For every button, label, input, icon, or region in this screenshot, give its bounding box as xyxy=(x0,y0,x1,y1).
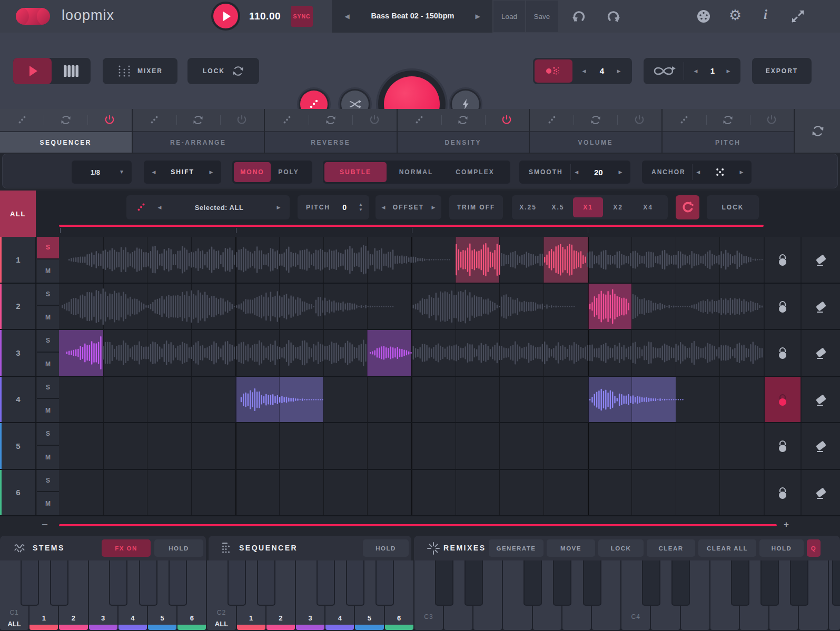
stems-hold-toggle[interactable]: HOLD xyxy=(154,539,203,557)
pattern-mode-button[interactable] xyxy=(535,59,572,83)
key-black[interactable] xyxy=(790,560,808,606)
normal-button[interactable]: NORMAL xyxy=(387,162,446,182)
mute-button[interactable]: M xyxy=(37,259,59,283)
key-black[interactable] xyxy=(642,560,660,606)
tab-volume[interactable]: VOLUME xyxy=(530,109,661,153)
track-steps[interactable] xyxy=(59,284,764,329)
smooth-increase-button[interactable]: ▶ xyxy=(615,166,626,178)
track-erase-button[interactable] xyxy=(801,470,840,516)
play-button[interactable] xyxy=(213,4,238,28)
redo-button[interactable] xyxy=(606,9,621,24)
mute-button[interactable]: M xyxy=(37,399,59,422)
rate-x1-button[interactable]: X1 xyxy=(573,197,603,217)
solo-button[interactable]: S xyxy=(37,284,59,306)
tab-dice-button[interactable] xyxy=(530,109,574,131)
tab-power-toggle[interactable] xyxy=(87,109,131,131)
clear-button[interactable]: CLEAR xyxy=(647,539,695,557)
key-black[interactable] xyxy=(523,560,542,606)
tab-dice-button[interactable] xyxy=(133,109,176,131)
tab-refresh-button[interactable] xyxy=(309,109,352,131)
anchor-prev-button[interactable]: ◀ xyxy=(693,166,704,178)
solo-button[interactable]: S xyxy=(37,330,59,353)
quantize-toggle[interactable]: Q xyxy=(807,539,821,557)
smooth-decrease-button[interactable]: ◀ xyxy=(571,166,582,178)
preset-next-button[interactable]: ▶ xyxy=(472,11,483,22)
key-black[interactable] xyxy=(109,560,127,606)
key-black[interactable] xyxy=(139,560,157,606)
export-button[interactable]: EXPORT xyxy=(752,58,812,84)
generate-button[interactable]: GENERATE xyxy=(489,539,543,557)
solo-button[interactable]: S xyxy=(37,237,59,259)
mute-button[interactable]: M xyxy=(37,306,59,329)
clear-all-button[interactable]: CLEAR ALL xyxy=(698,539,756,557)
solo-button[interactable]: S xyxy=(37,470,59,493)
key-black[interactable] xyxy=(671,560,690,606)
solo-button[interactable]: S xyxy=(37,423,59,446)
play-mode-button[interactable] xyxy=(13,58,52,84)
mute-button[interactable]: M xyxy=(37,446,59,469)
pattern-prev-button[interactable]: ◀ xyxy=(578,65,590,77)
tab-power-toggle[interactable] xyxy=(485,109,529,131)
offset-left-button[interactable]: ◀ xyxy=(378,202,389,213)
selected-dice-icon[interactable] xyxy=(136,202,146,213)
sync-toggle[interactable]: SYNC xyxy=(291,6,313,27)
tab-refresh-button[interactable] xyxy=(176,109,220,131)
track-lock-button[interactable] xyxy=(764,284,801,329)
tab-dice-button[interactable] xyxy=(398,109,441,131)
global-lock-button[interactable]: LOCK xyxy=(187,58,259,84)
track-erase-button[interactable] xyxy=(801,237,840,283)
key-black[interactable] xyxy=(465,560,483,606)
fx-on-toggle[interactable]: FX ON xyxy=(102,539,151,557)
mute-button[interactable]: M xyxy=(37,492,59,515)
pattern-next-button[interactable]: ▶ xyxy=(613,65,625,77)
save-button[interactable]: Save xyxy=(526,1,558,32)
loop-prev-button[interactable]: ◀ xyxy=(690,65,701,77)
track-erase-button[interactable] xyxy=(801,330,840,376)
track-erase-button[interactable] xyxy=(801,377,840,423)
complex-button[interactable]: COMPLEX xyxy=(446,162,505,182)
rate-x05-button[interactable]: X.5 xyxy=(543,197,573,217)
zoom-in-button[interactable]: + xyxy=(784,519,789,530)
track-steps[interactable] xyxy=(59,470,764,516)
key-black[interactable] xyxy=(583,560,601,606)
zoom-out-button[interactable]: – xyxy=(42,518,47,529)
selected-prev-button[interactable]: ◀ xyxy=(154,202,165,213)
tab-power-toggle[interactable] xyxy=(352,109,396,131)
track-lock-button[interactable] xyxy=(764,237,801,283)
rate-dropdown[interactable]: 1/8 ▼ xyxy=(72,161,132,184)
offset-right-button[interactable]: ▶ xyxy=(428,202,439,213)
loop-next-button[interactable]: ▶ xyxy=(723,65,734,77)
track-lock-button[interactable] xyxy=(764,423,801,469)
subtle-button[interactable]: SUBTLE xyxy=(324,162,387,182)
preset-name[interactable]: Bass Beat 02 - 150bpm xyxy=(356,12,469,20)
midi-icon[interactable] xyxy=(696,8,711,24)
rate-x2-button[interactable]: X2 xyxy=(603,197,633,217)
zoom-range-slider[interactable] xyxy=(59,524,777,526)
track-steps[interactable] xyxy=(59,423,764,469)
key-black[interactable] xyxy=(257,560,275,606)
tab-power-toggle[interactable] xyxy=(220,109,264,131)
info-icon[interactable]: i xyxy=(764,7,767,22)
key-black[interactable] xyxy=(553,560,571,606)
solo-button[interactable]: S xyxy=(37,377,59,399)
track-steps[interactable] xyxy=(59,330,764,376)
tab-refresh-button[interactable] xyxy=(441,109,485,131)
selection-lock-button[interactable]: LOCK xyxy=(707,195,759,219)
anchor-next-button[interactable]: ▶ xyxy=(736,166,747,178)
keys-mode-button[interactable] xyxy=(52,58,91,84)
tabs-refresh-all-button[interactable] xyxy=(795,109,840,153)
key-black[interactable] xyxy=(731,560,749,606)
tab-pitch[interactable]: PITCH xyxy=(663,109,794,153)
tab-power-toggle[interactable] xyxy=(617,109,661,131)
track-lock-button[interactable] xyxy=(764,377,801,423)
tab-refresh-button[interactable] xyxy=(574,109,617,131)
track-steps[interactable] xyxy=(59,237,764,283)
remix-lock-button[interactable]: LOCK xyxy=(598,539,644,557)
key-black[interactable] xyxy=(169,560,187,606)
track-erase-button[interactable] xyxy=(801,423,840,469)
mono-button[interactable]: MONO xyxy=(234,162,271,182)
selected-next-button[interactable]: ▶ xyxy=(273,202,284,213)
timeline-position-bar[interactable] xyxy=(59,225,764,227)
load-button[interactable]: Load xyxy=(493,1,525,32)
tab-refresh-button[interactable] xyxy=(706,109,750,131)
